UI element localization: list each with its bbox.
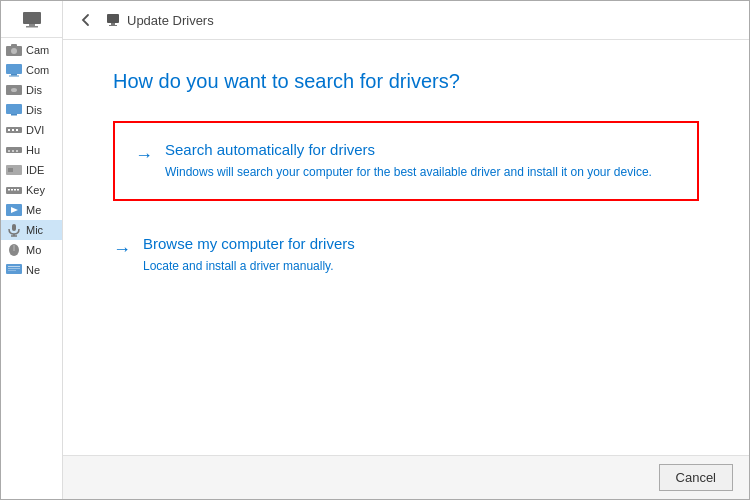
- sidebar-icon-3: [5, 103, 23, 117]
- svg-rect-37: [8, 268, 20, 269]
- svg-rect-2: [26, 26, 38, 28]
- sidebar-item-mo-10[interactable]: Mo: [1, 240, 62, 260]
- svg-rect-38: [8, 270, 16, 271]
- sidebar-label-7: Key: [26, 184, 45, 196]
- sidebar-icon-5: [5, 143, 23, 157]
- manual-option-desc: Locate and install a driver manually.: [143, 257, 355, 275]
- device-manager-icon: [21, 9, 43, 31]
- svg-rect-36: [8, 266, 20, 267]
- svg-rect-11: [6, 104, 22, 114]
- svg-rect-24: [8, 189, 10, 191]
- back-arrow-icon: [79, 13, 93, 27]
- svg-rect-1: [29, 24, 35, 26]
- sidebar-label-5: Hu: [26, 144, 40, 156]
- sidebar-icon-8: [5, 203, 23, 217]
- sidebar-item-dis-2[interactable]: Dis: [1, 80, 62, 100]
- sidebar-icon-4: [5, 123, 23, 137]
- svg-rect-18: [8, 150, 10, 152]
- manual-option-text: Browse my computer for drivers Locate an…: [143, 235, 355, 275]
- svg-rect-20: [16, 150, 18, 152]
- main-content: How do you want to search for drivers? →…: [63, 40, 749, 455]
- svg-rect-16: [16, 129, 18, 131]
- sidebar-label-4: DVI: [26, 124, 44, 136]
- svg-rect-26: [14, 189, 16, 191]
- svg-point-10: [11, 88, 17, 92]
- sidebar-icon-1: [5, 63, 23, 77]
- sidebar-label-11: Ne: [26, 264, 40, 276]
- title-bar: Update Drivers: [63, 1, 749, 40]
- sidebar: CamComDisDisDVIHuIDEKeyMeMicMoNe: [1, 1, 63, 499]
- svg-rect-40: [111, 23, 115, 25]
- sidebar-label-3: Dis: [26, 104, 42, 116]
- sidebar-icon-9: [5, 223, 23, 237]
- back-button[interactable]: [75, 9, 97, 31]
- auto-option-title: Search automatically for drivers: [165, 141, 652, 158]
- manual-option-title: Browse my computer for drivers: [143, 235, 355, 252]
- svg-rect-12: [11, 114, 17, 116]
- sidebar-label-8: Me: [26, 204, 41, 216]
- sidebar-icon-10: [5, 243, 23, 257]
- sidebar-item-me-8[interactable]: Me: [1, 200, 62, 220]
- svg-rect-0: [23, 12, 41, 24]
- sidebar-top-icon-area: [1, 5, 62, 38]
- bottom-bar: Cancel: [63, 455, 749, 499]
- svg-rect-7: [11, 74, 17, 76]
- sidebar-label-1: Com: [26, 64, 49, 76]
- sidebar-label-6: IDE: [26, 164, 44, 176]
- svg-rect-22: [8, 168, 13, 172]
- sidebar-icon-7: [5, 183, 23, 197]
- sidebar-item-cam-0[interactable]: Cam: [1, 40, 62, 60]
- arrow-right-icon-manual: →: [113, 237, 131, 262]
- page-heading: How do you want to search for drivers?: [113, 70, 699, 93]
- driver-icon: [105, 12, 121, 28]
- svg-rect-8: [9, 76, 19, 77]
- auto-option-desc: Windows will search your computer for th…: [165, 163, 652, 181]
- cancel-button[interactable]: Cancel: [659, 464, 733, 491]
- svg-rect-5: [11, 44, 17, 47]
- sidebar-item-ne-11[interactable]: Ne: [1, 260, 62, 280]
- title-bar-text: Update Drivers: [127, 13, 214, 28]
- sidebar-items: CamComDisDisDVIHuIDEKeyMeMicMoNe: [1, 40, 62, 280]
- sidebar-icon-2: [5, 83, 23, 97]
- content-area: Update Drivers How do you want to search…: [63, 1, 749, 499]
- svg-rect-41: [109, 25, 117, 26]
- svg-rect-14: [8, 129, 10, 131]
- main-window: CamComDisDisDVIHuIDEKeyMeMicMoNe Update …: [0, 0, 750, 500]
- sidebar-label-10: Mo: [26, 244, 41, 256]
- search-automatically-option[interactable]: → Search automatically for drivers Windo…: [113, 121, 699, 201]
- svg-rect-6: [6, 64, 22, 74]
- sidebar-icon-6: [5, 163, 23, 177]
- arrow-right-icon-auto: →: [135, 143, 153, 168]
- svg-rect-15: [12, 129, 14, 131]
- svg-rect-25: [11, 189, 13, 191]
- sidebar-item-ide-6[interactable]: IDE: [1, 160, 62, 180]
- sidebar-item-mic-9[interactable]: Mic: [1, 220, 62, 240]
- sidebar-label-9: Mic: [26, 224, 43, 236]
- sidebar-label-2: Dis: [26, 84, 42, 96]
- sidebar-icon-11: [5, 263, 23, 277]
- sidebar-item-com-1[interactable]: Com: [1, 60, 62, 80]
- svg-rect-39: [107, 14, 119, 23]
- svg-rect-30: [12, 224, 16, 231]
- sidebar-label-0: Cam: [26, 44, 49, 56]
- svg-rect-19: [12, 150, 14, 152]
- svg-rect-27: [17, 189, 19, 191]
- sidebar-item-dvi-4[interactable]: DVI: [1, 120, 62, 140]
- sidebar-item-key-7[interactable]: Key: [1, 180, 62, 200]
- svg-point-4: [11, 48, 17, 54]
- browse-manually-option[interactable]: → Browse my computer for drivers Locate …: [113, 221, 699, 289]
- sidebar-item-hu-5[interactable]: Hu: [1, 140, 62, 160]
- sidebar-item-dis-3[interactable]: Dis: [1, 100, 62, 120]
- sidebar-icon-0: [5, 43, 23, 57]
- auto-option-text: Search automatically for drivers Windows…: [165, 141, 652, 181]
